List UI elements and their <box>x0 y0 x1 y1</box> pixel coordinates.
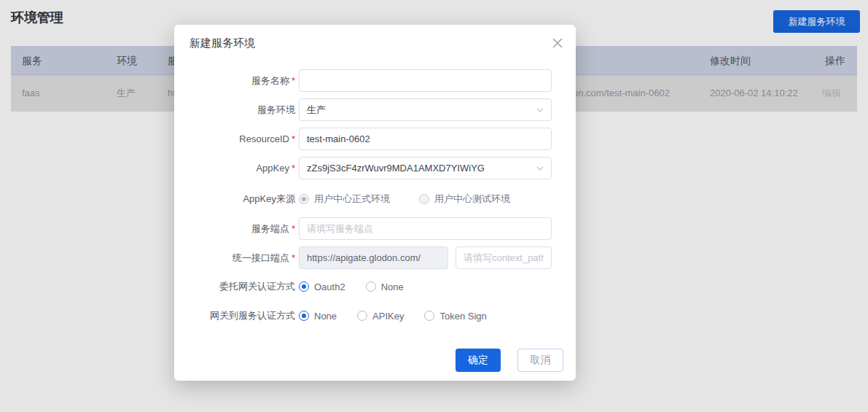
radio-icon <box>299 194 309 204</box>
radio-icon <box>299 281 309 292</box>
radio-icon <box>424 311 434 321</box>
field-label-service-auth: 网关到服务认证方式 <box>174 310 295 322</box>
radio-icon <box>419 194 429 204</box>
service-auth-radio-group: None APIKey Token Sign <box>299 310 507 322</box>
cancel-button[interactable]: 取消 <box>517 349 563 372</box>
field-label-service-env: 服务环境 <box>174 98 295 121</box>
app-key-source-radio-group: 用户中心正式环境 用户中心测试环境 <box>299 193 539 205</box>
modal-footer: 确定 取消 <box>174 349 576 372</box>
gateway-auth-radio-group: Oauth2 None <box>299 281 424 292</box>
resource-id-input[interactable] <box>299 128 552 150</box>
new-service-env-modal: 新建服务环境 服务名称* 服务环境 生产 ResourceID* AppKey* <box>174 25 576 381</box>
radio-user-center-test: 用户中心测试环境 <box>419 193 510 206</box>
context-path-input[interactable] <box>455 246 552 269</box>
radio-gateway-none[interactable]: None <box>366 281 404 292</box>
radio-apikey[interactable]: APIKey <box>357 311 404 322</box>
required-asterisk: * <box>292 163 295 174</box>
chevron-down-icon <box>536 106 544 117</box>
field-label-gateway-auth: 委托网关认证方式 <box>174 281 295 292</box>
unified-endpoint-base-input <box>299 246 448 269</box>
field-label-service-name: 服务名称* <box>174 69 295 92</box>
confirm-button[interactable]: 确定 <box>455 349 501 372</box>
service-env-select[interactable]: 生产 <box>299 98 552 121</box>
service-name-input[interactable] <box>299 69 552 92</box>
modal-title: 新建服务环境 <box>189 36 255 50</box>
radio-icon <box>299 311 309 321</box>
service-env-selected-value: 生产 <box>307 104 532 117</box>
chevron-down-icon <box>536 164 544 175</box>
required-asterisk: * <box>292 133 295 144</box>
radio-user-center-prod: 用户中心正式环境 <box>299 193 390 206</box>
radio-icon <box>366 281 376 292</box>
field-label-resource-id: ResourceID* <box>174 128 295 150</box>
required-asterisk: * <box>292 223 295 234</box>
required-asterisk: * <box>292 252 295 263</box>
radio-icon <box>357 311 367 321</box>
radio-oauth2[interactable]: Oauth2 <box>299 281 345 292</box>
field-label-service-endpoint: 服务端点* <box>174 217 295 240</box>
required-asterisk: * <box>292 75 295 86</box>
field-label-app-key-source: AppKey来源 <box>174 193 295 205</box>
field-label-unified-endpoint: 统一接口端点* <box>174 246 295 269</box>
radio-service-none[interactable]: None <box>299 311 337 322</box>
app-key-select[interactable]: zZs9jS3cF4zrWuvr9MDA1AMXD7YIWiYG <box>299 157 552 179</box>
close-icon[interactable] <box>550 35 566 51</box>
screen: 环境管理 新建服务环境 服务 环境 服 修改时间 操作 faas 生产 ht o… <box>0 0 868 412</box>
field-label-app-key: AppKey* <box>174 157 295 179</box>
radio-token-sign[interactable]: Token Sign <box>424 311 486 322</box>
service-endpoint-input[interactable] <box>299 217 552 240</box>
app-key-selected-value: zZs9jS3cF4zrWuvr9MDA1AMXD7YIWiYG <box>307 163 532 174</box>
